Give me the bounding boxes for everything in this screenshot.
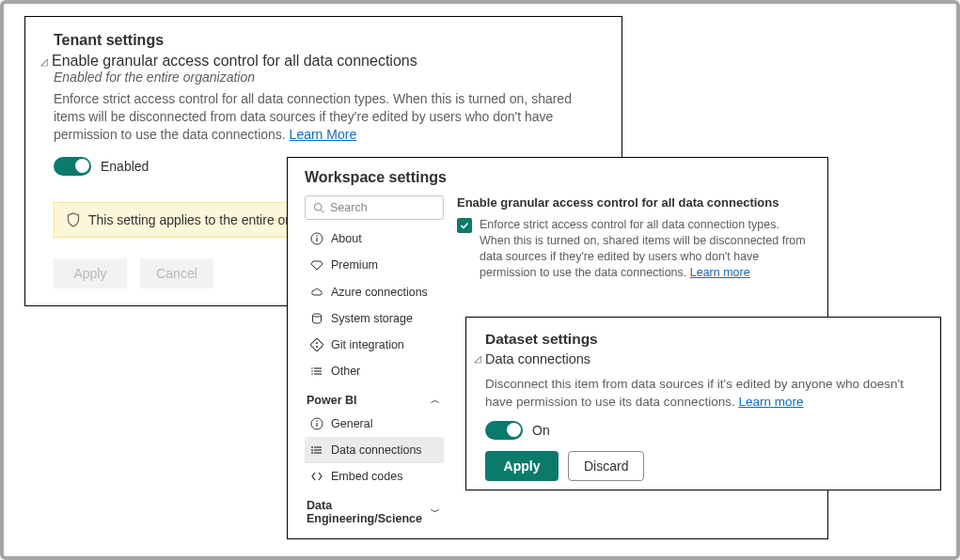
diamond-icon	[310, 258, 323, 272]
svg-point-7	[316, 342, 318, 344]
search-icon	[313, 202, 324, 213]
dataset-section-label: Data connections	[485, 351, 590, 366]
info-icon	[310, 232, 323, 245]
expand-triangle-icon: ◿	[40, 56, 48, 67]
workspace-enable-checkbox[interactable]	[457, 218, 472, 233]
svg-point-23	[311, 452, 313, 454]
dataset-learn-more-link[interactable]: Learn more	[738, 395, 803, 409]
svg-point-5	[313, 313, 322, 316]
workspace-learn-more-link[interactable]: Learn more	[690, 266, 750, 279]
code-icon	[310, 470, 323, 483]
git-icon	[310, 338, 323, 351]
nav-section-data-engineering[interactable]: Data Engineering/Science ﹀	[305, 490, 444, 529]
dataset-discard-button[interactable]: Discard	[568, 451, 644, 481]
svg-point-0	[315, 204, 323, 211]
svg-point-21	[311, 446, 313, 448]
tenant-cancel-button[interactable]: Cancel	[140, 258, 213, 288]
nav-item-embed-codes[interactable]: Embed codes	[305, 463, 444, 490]
tenant-toggle-label: Enabled	[101, 159, 149, 174]
check-icon	[460, 221, 469, 230]
workspace-heading: Workspace settings	[305, 169, 810, 186]
tenant-scope-line: Enabled for the entire organization	[54, 70, 601, 85]
svg-point-17	[316, 420, 318, 422]
database-icon	[310, 312, 323, 325]
dataset-button-row: Apply Discard	[485, 451, 925, 481]
shield-icon	[66, 212, 81, 227]
chevron-up-icon: ︿	[431, 394, 440, 407]
data-connections-icon	[310, 443, 323, 457]
svg-point-14	[311, 373, 313, 375]
canvas: Tenant settings ◿ Enable granular access…	[0, 0, 960, 560]
nav-section-powerbi[interactable]: Power BI ︿	[305, 384, 444, 411]
chevron-down-icon: ﹀	[431, 506, 440, 519]
tenant-heading: Tenant settings	[54, 32, 601, 49]
svg-point-8	[316, 346, 318, 348]
info-icon	[310, 417, 323, 430]
dataset-toggle-row: On	[485, 421, 925, 440]
tenant-notice-text: This setting applies to the entire org	[88, 212, 297, 227]
nav-item-premium[interactable]: Premium	[305, 252, 444, 278]
dataset-on-toggle[interactable]	[485, 421, 523, 440]
svg-rect-6	[310, 338, 323, 351]
list-icon	[310, 365, 323, 378]
tenant-apply-button[interactable]: Apply	[54, 258, 127, 288]
svg-point-12	[311, 367, 313, 369]
nav-item-git[interactable]: Git integration	[305, 332, 444, 358]
nav-item-azure[interactable]: Azure connections	[305, 278, 444, 304]
nav-item-data-connections[interactable]: Data connections	[305, 437, 444, 463]
workspace-detail-description: Enforce strict access control for all da…	[480, 217, 810, 281]
tenant-enabled-toggle[interactable]	[54, 157, 91, 176]
dataset-apply-button[interactable]: Apply	[485, 451, 559, 481]
nav-item-about[interactable]: About	[305, 226, 444, 252]
svg-point-22	[311, 449, 313, 451]
svg-point-4	[316, 236, 318, 238]
workspace-search-input[interactable]: Search	[305, 195, 444, 220]
dataset-section-header[interactable]: ◿ Data connections	[474, 351, 925, 366]
nav-item-general[interactable]: General	[305, 411, 444, 437]
nav-item-storage[interactable]: System storage	[305, 305, 444, 332]
cloud-icon	[310, 286, 323, 299]
dataset-settings-panel: Dataset settings ◿ Data connections Disc…	[465, 317, 941, 490]
svg-point-13	[311, 370, 313, 372]
tenant-setting-header[interactable]: ◿ Enable granular access control for all…	[40, 53, 601, 70]
dataset-description: Disconnect this item from data sources i…	[485, 376, 925, 412]
expand-triangle-icon: ◿	[474, 353, 481, 364]
workspace-detail-title: Enable granular access control for all d…	[457, 195, 810, 210]
dataset-toggle-label: On	[532, 423, 550, 438]
tenant-setting-title: Enable granular access control for all d…	[52, 53, 417, 70]
svg-line-1	[321, 210, 323, 212]
dataset-heading: Dataset settings	[485, 331, 925, 348]
nav-item-other[interactable]: Other	[305, 358, 444, 384]
workspace-nav-sidebar: Search About Premium	[305, 195, 444, 529]
tenant-learn-more-link[interactable]: Learn More	[290, 127, 357, 142]
tenant-description: Enforce strict access control for all da…	[54, 90, 601, 144]
